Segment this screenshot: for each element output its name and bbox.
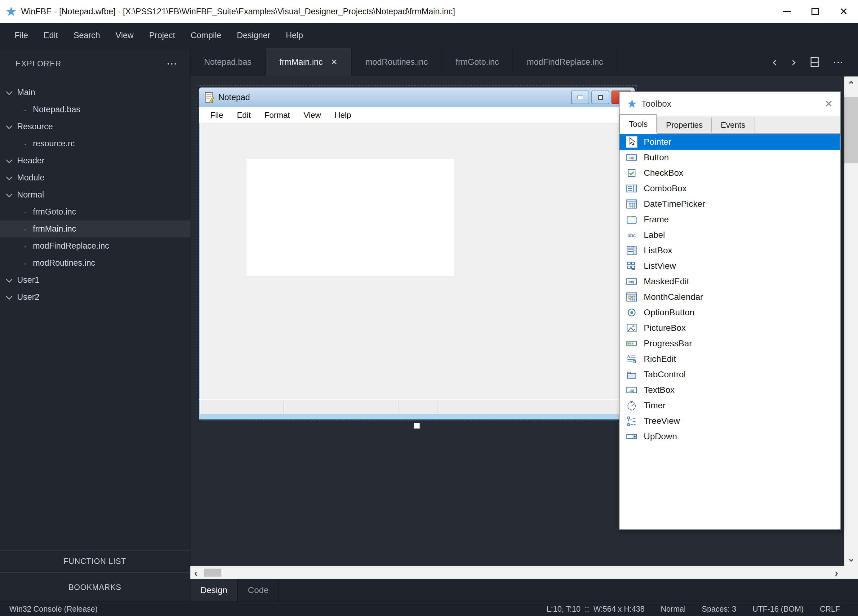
menu-compile[interactable]: Compile [183,23,229,48]
chevron-down-icon[interactable] [6,88,12,95]
statusbar-item-1[interactable]: Normal [661,605,686,613]
toolbox-item-updown[interactable]: UpDown [620,429,840,444]
toolbox-item-frame[interactable]: Frame [620,212,840,227]
menu-file[interactable]: File [7,23,36,48]
scroll-right-icon[interactable]: › [835,566,838,579]
tab-close-icon[interactable]: ✕ [331,58,338,66]
toolbox-item-optionbutton[interactable]: OptionButton [620,305,840,320]
toolbox-item-treeview[interactable]: TreeView [620,413,840,429]
tree-item-modfindreplace-inc[interactable]: ·modFindReplace.inc [0,237,190,254]
toolbox-item-progressbar[interactable]: ProgressBar [620,336,840,351]
toolbox-item-timer[interactable]: Timer [620,398,840,413]
statusbar-item-0[interactable]: L:10, T:10 :: W:564 x H:438 [547,605,645,613]
form-menu-help[interactable]: Help [328,110,358,120]
close-button[interactable]: ✕ [830,0,858,23]
toolbox-item-listview[interactable]: ListView [620,258,840,274]
editor-tab-frmmain-inc[interactable]: frmMain.inc✕ [266,48,351,76]
form-menu-view[interactable]: View [297,110,328,120]
toolbox-item-checkbox[interactable]: CheckBox [620,165,840,181]
form-titlebar[interactable]: Notepad ✕ [199,87,635,107]
build-config-status[interactable]: Win32 Console (Release) [9,605,98,613]
chevron-down-icon[interactable] [6,157,12,163]
form-menu-edit[interactable]: Edit [230,110,258,120]
tree-item-user1[interactable]: User1 [0,272,190,289]
toolbox-tab-events[interactable]: Events [712,117,754,133]
bookmarks-panel[interactable]: BOOKMARKS [0,572,190,601]
toolbox-tab-tools[interactable]: Tools [620,115,657,133]
tree-item-module[interactable]: Module [0,169,190,186]
form-resize-handle[interactable] [414,423,420,429]
minimize-button[interactable] [773,0,801,23]
form-minimize-button[interactable] [571,90,589,104]
view-tab-design[interactable]: Design [190,579,238,601]
toolbox-item-monthcalendar[interactable]: MonthCalendar [620,289,840,305]
menu-help[interactable]: Help [278,23,311,48]
tree-item-resource-rc[interactable]: ·resource.rc [0,135,190,152]
form-client-area[interactable] [199,123,635,399]
tab-list-more-icon[interactable]: ⋯ [833,57,844,67]
editor-tab-modfindreplace-inc[interactable]: modFindReplace.inc [513,48,617,76]
horizontal-scrollbar[interactable]: ‹ › [190,566,858,579]
chevron-down-icon[interactable] [6,123,12,129]
toolbox-item-tabcontrol[interactable]: TabControl [620,367,840,382]
chevron-down-icon[interactable] [6,293,12,300]
tree-item-frmmain-inc[interactable]: ·frmMain.inc [0,220,190,237]
tree-item-label: Resource [17,122,53,132]
tree-item-frmgoto-inc[interactable]: ·frmGoto.inc [0,203,190,220]
toolbox-close-icon[interactable]: ✕ [824,99,833,109]
function-list-panel[interactable]: FUNCTION LIST [0,550,190,572]
statusbar-item-4[interactable]: CRLF [820,605,840,613]
toolbox-titlebar[interactable]: ★ Toolbox ✕ [620,92,840,116]
toolbox-item-button[interactable]: okButton [620,150,840,165]
editor-tab-modroutines-inc[interactable]: modRoutines.inc [351,48,442,76]
toolbox-item-combobox[interactable]: ComboBox [620,181,840,196]
scroll-left-icon[interactable]: ‹ [194,566,197,579]
maximize-button[interactable] [801,0,830,23]
toolbox-item-picturebox[interactable]: PictureBox [620,320,840,336]
form-textbox-control[interactable] [247,159,454,276]
toolbox-tab-properties[interactable]: Properties [657,117,712,133]
editor-tab-frmgoto-inc[interactable]: frmGoto.inc [442,48,513,76]
form-menu-format[interactable]: Format [258,110,297,120]
split-editor-icon[interactable] [811,57,819,67]
menu-search[interactable]: Search [66,23,108,48]
scroll-up-icon[interactable]: ⌃ [844,79,858,90]
tab-scroll-right-icon[interactable]: › [791,56,796,68]
menu-project[interactable]: Project [141,23,183,48]
form-statusbar-control[interactable] [199,399,635,414]
view-tab-code[interactable]: Code [238,579,279,601]
vertical-scrollbar-thumb[interactable] [844,97,858,163]
statusbar-item-2[interactable]: Spaces: 3 [702,605,736,613]
tree-item-main[interactable]: Main [0,84,190,101]
chevron-down-icon[interactable] [6,276,12,283]
designer-form-notepad[interactable]: Notepad ✕ FileEditFormatViewHelp [199,87,635,419]
toolbox-item-pointer[interactable]: Pointer [620,134,840,150]
menu-designer[interactable]: Designer [229,23,278,48]
chevron-down-icon[interactable] [6,191,12,197]
horizontal-scrollbar-thumb[interactable] [204,569,221,577]
menu-edit[interactable]: Edit [36,23,66,48]
form-maximize-button[interactable] [591,90,609,104]
vertical-scrollbar[interactable]: ⌃ ⌄ [844,76,858,566]
explorer-more-icon[interactable]: ⋯ [166,58,178,69]
toolbox-item-maskededit[interactable]: ##|MaskedEdit [620,274,840,289]
tree-item-normal[interactable]: Normal [0,186,190,203]
toolbox-item-datetimepicker[interactable]: DateTimePicker [620,196,840,212]
scroll-down-icon[interactable]: ⌄ [844,553,858,563]
tree-item-resource[interactable]: Resource [0,118,190,135]
tree-item-header[interactable]: Header [0,152,190,169]
statusbar-item-3[interactable]: UTF-16 (BOM) [752,605,804,613]
tree-item-notepad-bas[interactable]: ·Notepad.bas [0,101,190,118]
button-icon: ok [626,152,637,163]
toolbox-item-richedit[interactable]: ARichEdit [620,351,840,367]
chevron-down-icon[interactable] [6,174,12,180]
toolbox-item-label[interactable]: abcLabel [620,227,840,243]
toolbox-item-textbox[interactable]: ab|TextBox [620,382,840,398]
tree-item-user2[interactable]: User2 [0,289,190,306]
tab-scroll-left-icon[interactable]: ‹ [772,56,777,68]
menu-view[interactable]: View [108,23,141,48]
editor-tab-notepad-bas[interactable]: Notepad.bas [190,48,266,76]
toolbox-item-listbox[interactable]: ListBox [620,243,840,258]
form-menu-file[interactable]: File [204,110,230,120]
tree-item-modroutines-inc[interactable]: ·modRoutines.inc [0,254,190,272]
